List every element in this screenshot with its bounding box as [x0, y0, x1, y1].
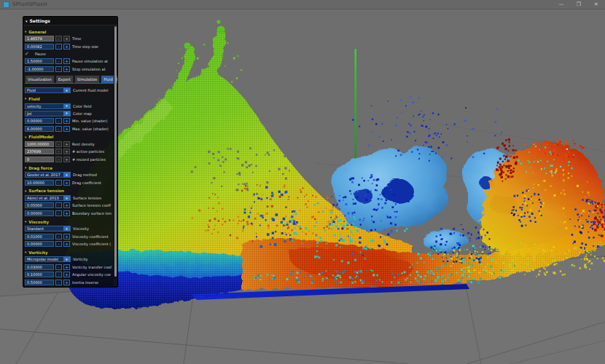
section-triangle-icon: ▾ [25, 30, 26, 33]
value-field-reused-particles[interactable]: 0 [25, 157, 54, 162]
increment-button[interactable]: + [63, 126, 70, 132]
value-field-stop-simulation-at[interactable]: -1.00000 [25, 66, 54, 72]
section-header-fluidmodel[interactable]: ▾FluidModel [25, 134, 114, 141]
decrement-button[interactable]: - [55, 58, 62, 64]
decrement-button[interactable]: - [55, 157, 62, 162]
increment-button[interactable]: + [63, 234, 70, 240]
value-field-pause-simulation-at[interactable]: 1.50000 [25, 58, 54, 64]
value-field-min-value-shader[interactable]: 0.00000 [25, 118, 54, 124]
chevron-down-icon: ▾ [63, 173, 70, 177]
close-button[interactable]: ✕ [588, 0, 605, 9]
section-label: Viscosity [28, 220, 49, 224]
increment-button[interactable]: + [63, 118, 70, 124]
dropdown-vorticity[interactable]: Micropolar model▾ [25, 256, 71, 262]
increment-button[interactable]: + [63, 58, 70, 64]
value-field-viscosity-coefficient[interactable]: 0.01000 [25, 234, 54, 240]
decrement-button[interactable]: - [55, 44, 62, 50]
increment-button[interactable]: + [63, 202, 70, 208]
setting-label: Vorticity [73, 257, 114, 261]
pause-checkbox[interactable]: ✔ [25, 51, 31, 57]
increment-button[interactable]: + [63, 264, 70, 270]
dropdown-surface-tension[interactable]: Akinci et al. 2013▾ [25, 195, 71, 201]
increment-button[interactable]: + [63, 66, 70, 72]
tab-simulation[interactable]: Simulation [74, 75, 101, 83]
section-header-drag-force[interactable]: ▾Drag force [25, 165, 114, 171]
section-header-vorticity[interactable]: ▾Vorticity [25, 249, 114, 256]
increment-button[interactable]: + [63, 210, 70, 216]
app-icon [3, 1, 9, 8]
setting-label: Boundary surface ten [72, 211, 114, 215]
dropdown-color-map[interactable]: Jet▾ [25, 111, 71, 116]
value-field-vorticity-transfer-coef[interactable]: 0.03000 [25, 264, 54, 270]
setting-row-pause-simulation-at: 1.50000-+Pause simulation at [25, 58, 114, 65]
setting-label: Viscosity [73, 226, 114, 231]
increment-button[interactable]: + [63, 141, 70, 147]
increment-button[interactable]: + [63, 280, 70, 285]
dropdown-drag-method[interactable]: Gissler et al. 2017▾ [25, 172, 71, 178]
section-triangle-icon: ▾ [25, 250, 26, 254]
dropdown-value: Jet [27, 111, 32, 116]
decrement-button[interactable]: - [55, 126, 62, 132]
emitter-line [355, 49, 357, 167]
viewport-3d[interactable]: ▾ Settings ▾ General 1.46579-+Time0.0008… [0, 0, 605, 364]
setting-label: Inertia inverse [72, 280, 114, 285]
panel-scrollbar[interactable] [114, 25, 117, 286]
tab-export[interactable]: Export [55, 75, 74, 83]
section-header-viscosity[interactable]: ▾Viscosity [25, 218, 114, 225]
setting-row-drag-method: Gissler et al. 2017▾Drag method [25, 171, 114, 178]
section-triangle-icon: ▾ [25, 166, 26, 170]
decrement-button[interactable]: - [55, 180, 62, 186]
section-header-surface-tension[interactable]: ▾Surface tension [25, 188, 114, 194]
increment-button[interactable]: + [63, 157, 70, 162]
decrement-button[interactable]: - [55, 149, 62, 154]
setting-label: Drag coefficient [72, 181, 114, 185]
decrement-button[interactable]: - [55, 241, 62, 247]
value-field-inertia-inverse[interactable]: 0.50000 [25, 280, 54, 285]
value-field-active-particles[interactable]: 237699 [25, 149, 54, 154]
value-field-max-value-shader[interactable]: 6.00000 [25, 126, 54, 132]
setting-row-reused-particles: 0-+# reused particles [25, 156, 114, 163]
decrement-button[interactable]: - [55, 210, 62, 216]
chevron-down-icon: ▾ [63, 88, 70, 92]
restore-button[interactable]: ❐ [570, 0, 588, 9]
window-title: SPlisHSPlasH [12, 1, 47, 7]
decrement-button[interactable]: - [55, 141, 62, 147]
value-field-rest-density[interactable]: 1000.00000 [25, 141, 54, 147]
setting-row-boundary-surface-ten: 0.00000-+Boundary surface ten [25, 210, 114, 217]
value-field-surface-tension-coeff[interactable]: 0.05000 [25, 202, 54, 208]
decrement-button[interactable]: - [55, 36, 62, 41]
increment-button[interactable]: + [63, 241, 70, 247]
value-field-time-step-size[interactable]: 0.00082 [25, 44, 54, 50]
minimize-button[interactable]: — [553, 0, 570, 9]
setting-label: Current fluid model [73, 88, 114, 92]
decrement-button[interactable]: - [55, 272, 62, 277]
setting-row-vorticity: Micropolar model▾Vorticity [25, 256, 114, 263]
increment-button[interactable]: + [63, 36, 70, 41]
decrement-button[interactable]: - [55, 280, 62, 285]
increment-button[interactable]: + [63, 44, 70, 50]
scrollbar-thumb[interactable] [114, 26, 117, 277]
dropdown-color-field[interactable]: velocity▾ [25, 103, 71, 109]
value-field-viscosity-coefficient[interactable]: 0.00000 [25, 241, 54, 247]
decrement-button[interactable]: - [55, 202, 62, 208]
value-field-boundary-surface-ten[interactable]: 0.00000 [25, 210, 54, 216]
decrement-button[interactable]: - [55, 66, 62, 72]
settings-panel-header[interactable]: ▾ Settings [23, 17, 117, 25]
setting-label: Pause [35, 52, 46, 56]
decrement-button[interactable]: - [55, 234, 62, 240]
value-field-angular-viscosity-coe[interactable]: 0.10000 [25, 272, 54, 277]
value-field-drag-coefficient[interactable]: 10.00000 [25, 180, 54, 186]
increment-button[interactable]: + [63, 149, 70, 154]
tab-visualization[interactable]: Visualization [25, 75, 55, 83]
section-header-general[interactable]: ▾ General [25, 28, 114, 35]
setting-label: Surface tension coeff [72, 203, 114, 207]
increment-button[interactable]: + [63, 180, 70, 186]
value-field-time[interactable]: 1.46579 [25, 36, 54, 41]
dropdown-current-fluid-model[interactable]: Fluid▾ [25, 87, 71, 93]
decrement-button[interactable]: - [55, 118, 62, 124]
setting-row-color-map: Jet▾Color map [25, 110, 114, 117]
increment-button[interactable]: + [63, 272, 70, 277]
dropdown-viscosity[interactable]: Standard▾ [25, 226, 71, 232]
section-header-fluid[interactable]: ▾Fluid [25, 95, 114, 102]
decrement-button[interactable]: - [55, 264, 62, 270]
